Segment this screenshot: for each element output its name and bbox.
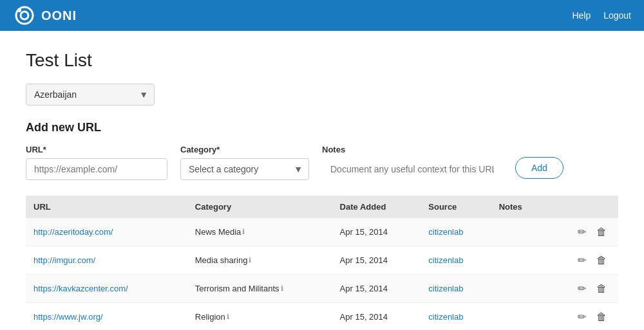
url-link[interactable]: http://imgur.com/ <box>33 255 95 265</box>
table-body: http://azeritoday.com/ News Mediaℹ Apr 1… <box>26 218 618 330</box>
url-cell: https://www.jw.org/ <box>26 303 187 331</box>
delete-button[interactable]: 🗑 <box>592 225 611 239</box>
delete-button[interactable]: 🗑 <box>592 309 611 324</box>
header-nav: Help Logout <box>572 10 631 21</box>
col-source: Source <box>421 196 491 218</box>
info-icon: ℹ <box>242 228 245 236</box>
info-icon: ℹ <box>227 313 229 321</box>
main-content: Test List Azerbaijan ▼ Add new URL URL* … <box>0 31 644 330</box>
date-cell: Apr 15, 2014 <box>332 218 421 246</box>
url-link[interactable]: http://azeritoday.com/ <box>33 227 113 237</box>
page-title: Test List <box>26 50 618 71</box>
category-select[interactable]: Select a category News Media Media shari… <box>180 158 309 180</box>
url-cell: http://imgur.com/ <box>26 246 187 275</box>
edit-button[interactable]: ✏ <box>574 281 590 296</box>
category-value: Religionℹ <box>195 312 229 322</box>
actions-cell: ✏ 🗑 <box>545 218 618 246</box>
ooni-logo-icon <box>13 4 36 27</box>
table-row: https://kavkazcenter.com/ Terrorism and … <box>26 275 618 303</box>
date-cell: Apr 15, 2014 <box>332 303 421 331</box>
col-category: Category <box>187 196 332 218</box>
table-row: https://www.jw.org/ Religionℹ Apr 15, 20… <box>26 303 618 331</box>
url-link[interactable]: https://www.jw.org/ <box>33 312 103 322</box>
edit-button[interactable]: ✏ <box>574 309 590 324</box>
date-cell: Apr 15, 2014 <box>332 275 421 303</box>
notes-input[interactable] <box>322 158 502 180</box>
url-label: URL* <box>26 145 167 154</box>
date-cell: Apr 15, 2014 <box>332 246 421 275</box>
category-field-group: Category* Select a category News Media M… <box>180 145 309 180</box>
notes-cell <box>491 218 545 246</box>
notes-label: Notes <box>322 145 502 154</box>
delete-button[interactable]: 🗑 <box>592 253 611 268</box>
col-date: Date Added <box>332 196 421 218</box>
notes-cell <box>491 303 545 331</box>
country-select[interactable]: Azerbaijan <box>26 84 155 105</box>
col-actions <box>545 196 618 218</box>
help-link[interactable]: Help <box>572 10 591 21</box>
actions-cell: ✏ 🗑 <box>545 275 618 303</box>
col-notes: Notes <box>491 196 545 218</box>
add-button[interactable]: Add <box>515 157 564 179</box>
edit-button[interactable]: ✏ <box>574 253 590 268</box>
category-cell: Terrorism and Militantsℹ <box>187 275 332 303</box>
country-select-wrapper: Azerbaijan ▼ <box>26 84 155 105</box>
notes-cell <box>491 275 545 303</box>
category-value: Media sharingℹ <box>195 255 252 265</box>
category-value: News Mediaℹ <box>195 227 245 237</box>
url-cell: https://kavkazcenter.com/ <box>26 275 187 303</box>
notes-field-group: Notes <box>322 145 502 180</box>
source-cell: citizenlab <box>421 303 491 331</box>
url-cell: http://azeritoday.com/ <box>26 218 187 246</box>
actions-cell: ✏ 🗑 <box>545 246 618 275</box>
logo: OONI <box>13 4 77 27</box>
col-url: URL <box>26 196 187 218</box>
url-input[interactable] <box>26 158 167 180</box>
url-link[interactable]: https://kavkazcenter.com/ <box>33 284 128 293</box>
category-label: Category* <box>180 145 309 154</box>
category-value: Terrorism and Militantsℹ <box>195 284 283 293</box>
svg-point-3 <box>17 8 21 12</box>
info-icon: ℹ <box>249 256 251 264</box>
source-cell: citizenlab <box>421 218 491 246</box>
source-cell: citizenlab <box>421 246 491 275</box>
edit-button[interactable]: ✏ <box>574 225 590 239</box>
actions-cell: ✏ 🗑 <box>545 303 618 331</box>
source-cell: citizenlab <box>421 275 491 303</box>
logo-text: OONI <box>41 8 77 23</box>
add-url-form: URL* Category* Select a category News Me… <box>26 145 618 180</box>
delete-button[interactable]: 🗑 <box>592 281 611 296</box>
info-icon: ℹ <box>281 284 283 293</box>
notes-cell <box>491 246 545 275</box>
table-header: URL Category Date Added Source Notes <box>26 196 618 218</box>
category-cell: News Mediaℹ <box>187 218 332 246</box>
url-field-group: URL* <box>26 145 167 180</box>
url-table: URL Category Date Added Source Notes htt… <box>26 196 618 330</box>
category-cell: Media sharingℹ <box>187 246 332 275</box>
header: OONI Help Logout <box>0 0 644 31</box>
category-select-wrapper: Select a category News Media Media shari… <box>180 158 309 180</box>
table-row: http://imgur.com/ Media sharingℹ Apr 15,… <box>26 246 618 275</box>
logout-link[interactable]: Logout <box>603 10 631 21</box>
category-cell: Religionℹ <box>187 303 332 331</box>
add-section-title: Add new URL <box>26 121 618 134</box>
table-row: http://azeritoday.com/ News Mediaℹ Apr 1… <box>26 218 618 246</box>
